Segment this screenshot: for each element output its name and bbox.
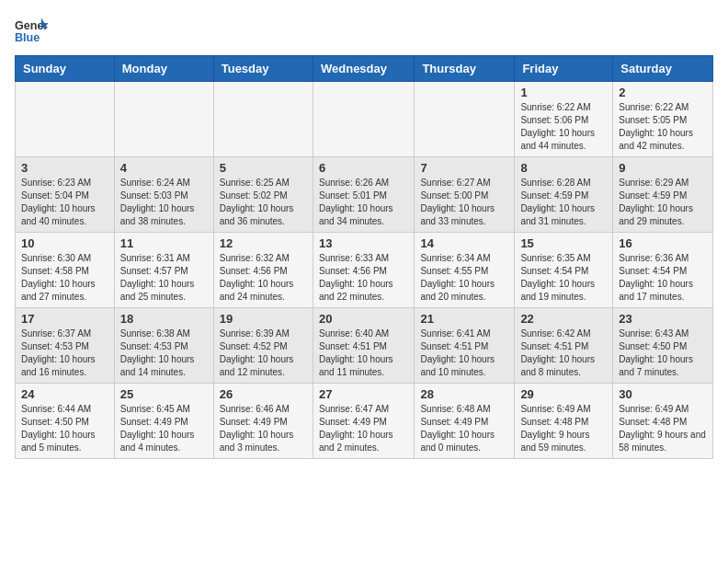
day-info: Sunrise: 6:39 AM Sunset: 4:52 PM Dayligh…	[220, 327, 307, 379]
day-info: Sunrise: 6:45 AM Sunset: 4:49 PM Dayligh…	[120, 403, 208, 454]
day-number: 30	[619, 387, 707, 401]
day-info: Sunrise: 6:48 AM Sunset: 4:49 PM Dayligh…	[420, 403, 508, 454]
calendar-cell: 6Sunrise: 6:26 AM Sunset: 5:01 PM Daylig…	[313, 157, 414, 233]
day-info: Sunrise: 6:22 AM Sunset: 5:06 PM Dayligh…	[520, 101, 607, 153]
calendar-cell: 30Sunrise: 6:49 AM Sunset: 4:48 PM Dayli…	[613, 384, 713, 459]
calendar-cell	[213, 82, 313, 157]
calendar-cell: 8Sunrise: 6:28 AM Sunset: 4:59 PM Daylig…	[515, 157, 613, 233]
day-info: Sunrise: 6:38 AM Sunset: 4:53 PM Dayligh…	[120, 327, 208, 379]
calendar-cell	[114, 82, 213, 157]
calendar-cell: 13Sunrise: 6:33 AM Sunset: 4:56 PM Dayli…	[313, 233, 414, 308]
calendar-cell: 28Sunrise: 6:48 AM Sunset: 4:49 PM Dayli…	[415, 384, 515, 459]
calendar-cell: 9Sunrise: 6:29 AM Sunset: 4:59 PM Daylig…	[613, 157, 713, 233]
page-header: General Blue	[15, 15, 713, 48]
day-number: 18	[120, 312, 208, 326]
day-number: 6	[319, 161, 408, 175]
calendar-cell: 19Sunrise: 6:39 AM Sunset: 4:52 PM Dayli…	[213, 308, 313, 384]
day-info: Sunrise: 6:34 AM Sunset: 4:55 PM Dayligh…	[420, 252, 508, 304]
day-number: 23	[619, 312, 707, 326]
day-number: 26	[220, 387, 307, 401]
calendar-cell: 16Sunrise: 6:36 AM Sunset: 4:54 PM Dayli…	[613, 233, 713, 308]
day-number: 15	[520, 236, 607, 250]
calendar-cell: 22Sunrise: 6:42 AM Sunset: 4:51 PM Dayli…	[515, 308, 613, 384]
day-info: Sunrise: 6:29 AM Sunset: 4:59 PM Dayligh…	[619, 177, 707, 228]
calendar-cell: 27Sunrise: 6:47 AM Sunset: 4:49 PM Dayli…	[313, 384, 414, 459]
day-info: Sunrise: 6:22 AM Sunset: 5:05 PM Dayligh…	[619, 101, 707, 153]
day-number: 19	[220, 312, 307, 326]
day-number: 4	[120, 161, 208, 175]
weekday-header: Wednesday	[313, 56, 414, 82]
day-info: Sunrise: 6:35 AM Sunset: 4:54 PM Dayligh…	[520, 252, 607, 304]
day-info: Sunrise: 6:36 AM Sunset: 4:54 PM Dayligh…	[619, 252, 707, 304]
day-info: Sunrise: 6:32 AM Sunset: 4:56 PM Dayligh…	[220, 252, 307, 304]
day-info: Sunrise: 6:26 AM Sunset: 5:01 PM Dayligh…	[319, 177, 408, 228]
calendar-cell: 4Sunrise: 6:24 AM Sunset: 5:03 PM Daylig…	[114, 157, 213, 233]
calendar-cell: 25Sunrise: 6:45 AM Sunset: 4:49 PM Dayli…	[114, 384, 213, 459]
svg-text:Blue: Blue	[15, 31, 40, 44]
weekday-header: Monday	[114, 56, 213, 82]
day-number: 5	[220, 161, 307, 175]
day-info: Sunrise: 6:47 AM Sunset: 4:49 PM Dayligh…	[319, 403, 408, 454]
day-number: 7	[420, 161, 508, 175]
calendar-cell: 24Sunrise: 6:44 AM Sunset: 4:50 PM Dayli…	[16, 384, 115, 459]
calendar-cell	[16, 82, 115, 157]
day-info: Sunrise: 6:33 AM Sunset: 4:56 PM Dayligh…	[319, 252, 408, 304]
calendar-cell: 15Sunrise: 6:35 AM Sunset: 4:54 PM Dayli…	[515, 233, 613, 308]
day-number: 27	[319, 387, 408, 401]
calendar-cell: 18Sunrise: 6:38 AM Sunset: 4:53 PM Dayli…	[114, 308, 213, 384]
day-number: 14	[420, 236, 508, 250]
calendar-cell: 11Sunrise: 6:31 AM Sunset: 4:57 PM Dayli…	[114, 233, 213, 308]
weekday-header: Saturday	[613, 56, 713, 82]
weekday-header: Tuesday	[213, 56, 313, 82]
weekday-header: Friday	[515, 56, 613, 82]
day-info: Sunrise: 6:30 AM Sunset: 4:58 PM Dayligh…	[21, 252, 108, 304]
day-number: 22	[520, 312, 607, 326]
calendar-cell	[415, 82, 515, 157]
calendar-cell: 7Sunrise: 6:27 AM Sunset: 5:00 PM Daylig…	[415, 157, 515, 233]
calendar-cell: 2Sunrise: 6:22 AM Sunset: 5:05 PM Daylig…	[613, 82, 713, 157]
calendar-cell: 26Sunrise: 6:46 AM Sunset: 4:49 PM Dayli…	[213, 384, 313, 459]
calendar-cell: 3Sunrise: 6:23 AM Sunset: 5:04 PM Daylig…	[16, 157, 115, 233]
logo: General Blue	[15, 15, 51, 48]
calendar-header: SundayMondayTuesdayWednesdayThursdayFrid…	[16, 56, 713, 82]
day-number: 2	[619, 86, 707, 99]
weekday-header: Sunday	[16, 56, 115, 82]
day-number: 24	[21, 387, 108, 401]
day-info: Sunrise: 6:43 AM Sunset: 4:50 PM Dayligh…	[619, 327, 707, 379]
calendar-cell: 21Sunrise: 6:41 AM Sunset: 4:51 PM Dayli…	[415, 308, 515, 384]
calendar-cell: 29Sunrise: 6:49 AM Sunset: 4:48 PM Dayli…	[515, 384, 613, 459]
calendar: SundayMondayTuesdayWednesdayThursdayFrid…	[15, 55, 713, 459]
day-number: 29	[520, 387, 607, 401]
day-info: Sunrise: 6:31 AM Sunset: 4:57 PM Dayligh…	[120, 252, 208, 304]
day-info: Sunrise: 6:37 AM Sunset: 4:53 PM Dayligh…	[21, 327, 108, 379]
calendar-cell: 1Sunrise: 6:22 AM Sunset: 5:06 PM Daylig…	[515, 82, 613, 157]
calendar-cell: 5Sunrise: 6:25 AM Sunset: 5:02 PM Daylig…	[213, 157, 313, 233]
day-number: 28	[420, 387, 508, 401]
calendar-cell: 23Sunrise: 6:43 AM Sunset: 4:50 PM Dayli…	[613, 308, 713, 384]
day-info: Sunrise: 6:44 AM Sunset: 4:50 PM Dayligh…	[21, 403, 108, 454]
calendar-cell: 17Sunrise: 6:37 AM Sunset: 4:53 PM Dayli…	[16, 308, 115, 384]
day-number: 11	[120, 236, 208, 250]
day-number: 1	[520, 86, 607, 99]
day-info: Sunrise: 6:25 AM Sunset: 5:02 PM Dayligh…	[220, 177, 307, 228]
day-number: 20	[319, 312, 408, 326]
day-info: Sunrise: 6:24 AM Sunset: 5:03 PM Dayligh…	[120, 177, 208, 228]
day-number: 16	[619, 236, 707, 250]
day-number: 3	[21, 161, 108, 175]
calendar-cell: 10Sunrise: 6:30 AM Sunset: 4:58 PM Dayli…	[16, 233, 115, 308]
day-number: 9	[619, 161, 707, 175]
day-info: Sunrise: 6:49 AM Sunset: 4:48 PM Dayligh…	[520, 403, 607, 454]
calendar-cell: 12Sunrise: 6:32 AM Sunset: 4:56 PM Dayli…	[213, 233, 313, 308]
day-info: Sunrise: 6:28 AM Sunset: 4:59 PM Dayligh…	[520, 177, 607, 228]
day-number: 21	[420, 312, 508, 326]
day-number: 10	[21, 236, 108, 250]
calendar-cell: 20Sunrise: 6:40 AM Sunset: 4:51 PM Dayli…	[313, 308, 414, 384]
weekday-header: Thursday	[415, 56, 515, 82]
day-info: Sunrise: 6:46 AM Sunset: 4:49 PM Dayligh…	[220, 403, 307, 454]
day-number: 12	[220, 236, 307, 250]
day-number: 13	[319, 236, 408, 250]
day-number: 17	[21, 312, 108, 326]
day-number: 8	[520, 161, 607, 175]
calendar-cell	[313, 82, 414, 157]
day-info: Sunrise: 6:49 AM Sunset: 4:48 PM Dayligh…	[619, 403, 707, 454]
